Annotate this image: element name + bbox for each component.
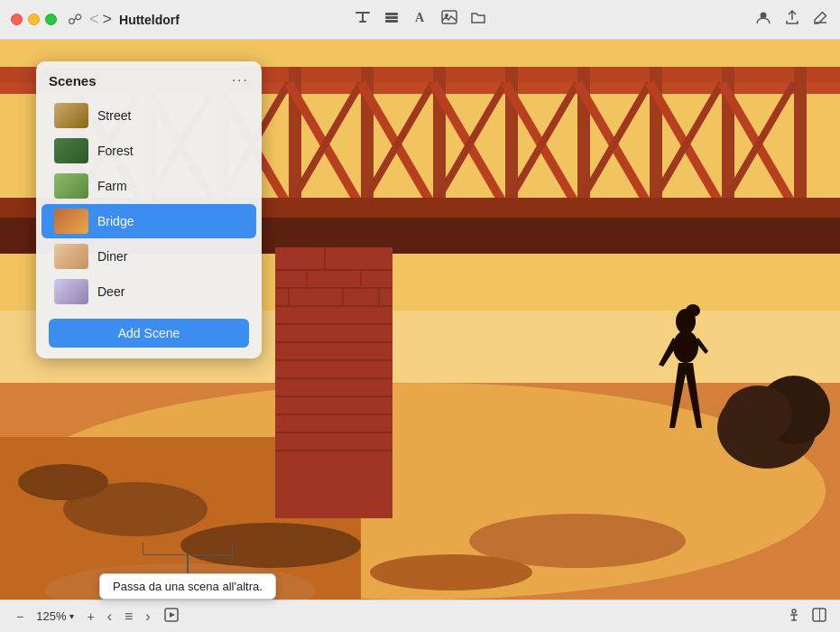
zoom-plus-button[interactable]: +: [83, 608, 97, 626]
minimize-button[interactable]: [28, 14, 40, 25]
svg-point-73: [686, 304, 700, 317]
scene-thumb-diner: [54, 244, 88, 269]
zoom-display[interactable]: 125% ▾: [32, 609, 78, 624]
svg-rect-5: [385, 20, 398, 23]
user-icon[interactable]: [755, 9, 771, 30]
close-button[interactable]: [11, 14, 23, 25]
text-tool-button[interactable]: [355, 9, 371, 30]
play-button[interactable]: [160, 605, 183, 627]
svg-rect-4: [385, 16, 398, 19]
scenes-title: Scenes: [49, 73, 97, 88]
scene-item-forest[interactable]: Forest: [42, 134, 256, 168]
add-scene-button[interactable]: Add Scene: [49, 319, 249, 348]
svg-point-51: [180, 523, 361, 568]
svg-point-52: [18, 464, 108, 500]
titlebar: ☍ < > Hutteldorf A: [0, 0, 840, 40]
nav-left-button[interactable]: ‹: [104, 607, 115, 627]
zoom-value: 125%: [36, 609, 66, 623]
scene-thumb-farm: [54, 173, 88, 199]
scene-label-deer: Deer: [97, 284, 125, 299]
forward-button[interactable]: >: [103, 10, 113, 29]
svg-point-71: [673, 330, 698, 363]
scene-label-farm: Farm: [97, 179, 127, 193]
toolbar-tools: A: [355, 9, 486, 30]
scene-item-diner[interactable]: Diner: [42, 239, 256, 274]
folder-tool-button[interactable]: [470, 9, 486, 30]
scene-label-diner: Diner: [97, 249, 127, 264]
scene-label-street: Street: [97, 108, 131, 123]
document-title: Hutteldorf: [119, 13, 180, 27]
scene-item-farm[interactable]: Farm: [42, 169, 256, 203]
nav-right-button[interactable]: ›: [142, 607, 153, 627]
type-tool-button[interactable]: A: [412, 9, 429, 30]
main-canvas-area: Scenes ··· StreetForestFarmBridgeDinerDe…: [0, 40, 840, 599]
image-tool-button[interactable]: [441, 9, 457, 30]
svg-point-78: [370, 554, 532, 590]
bottom-right-controls: [786, 607, 827, 627]
sidebar-toggle-button[interactable]: ☍: [68, 11, 82, 28]
scene-item-bridge[interactable]: Bridge: [42, 204, 256, 238]
scene-item-deer[interactable]: Deer: [42, 274, 256, 309]
traffic-lights: [11, 14, 57, 25]
scene-thumb-deer: [54, 279, 88, 304]
edit-icon[interactable]: [813, 9, 829, 30]
scenes-header: Scenes ···: [36, 72, 262, 98]
view-toggle-icon[interactable]: [811, 607, 827, 627]
titlebar-right-actions: [755, 9, 829, 30]
scene-thumb-forest: [54, 138, 88, 163]
zoom-minus-button[interactable]: −: [13, 608, 27, 626]
scene-label-bridge: Bridge: [97, 214, 134, 228]
fullscreen-button[interactable]: [45, 14, 57, 25]
scenes-more-button[interactable]: ···: [232, 72, 249, 88]
svg-point-76: [724, 386, 792, 443]
zoom-chevron-icon: ▾: [69, 611, 74, 621]
scene-thumb-bridge: [54, 209, 88, 234]
scene-label-forest: Forest: [97, 144, 134, 158]
svg-rect-3: [385, 13, 398, 15]
scenes-list: StreetForestFarmBridgeDinerDeer: [36, 98, 262, 309]
svg-rect-24: [794, 67, 807, 207]
svg-rect-84: [819, 609, 820, 621]
svg-rect-2: [359, 21, 366, 23]
scene-thumb-street: [54, 103, 88, 128]
bottom-left-controls: − 125% ▾ + ‹ ≡ ›: [13, 605, 183, 627]
nav-buttons: < >: [89, 10, 112, 29]
scene-item-street[interactable]: Street: [42, 98, 256, 133]
svg-marker-81: [170, 612, 175, 618]
back-button[interactable]: <: [89, 10, 99, 29]
accessibility-icon[interactable]: [786, 607, 802, 627]
bottom-toolbar: − 125% ▾ + ‹ ≡ ›: [0, 599, 840, 632]
scenes-panel: Scenes ··· StreetForestFarmBridgeDinerDe…: [36, 61, 262, 358]
layers-tool-button[interactable]: [383, 9, 400, 30]
nav-list-button[interactable]: ≡: [121, 607, 136, 627]
svg-point-82: [792, 609, 796, 613]
svg-text:A: A: [415, 11, 425, 24]
svg-rect-7: [442, 11, 457, 23]
share-icon[interactable]: [784, 9, 800, 30]
